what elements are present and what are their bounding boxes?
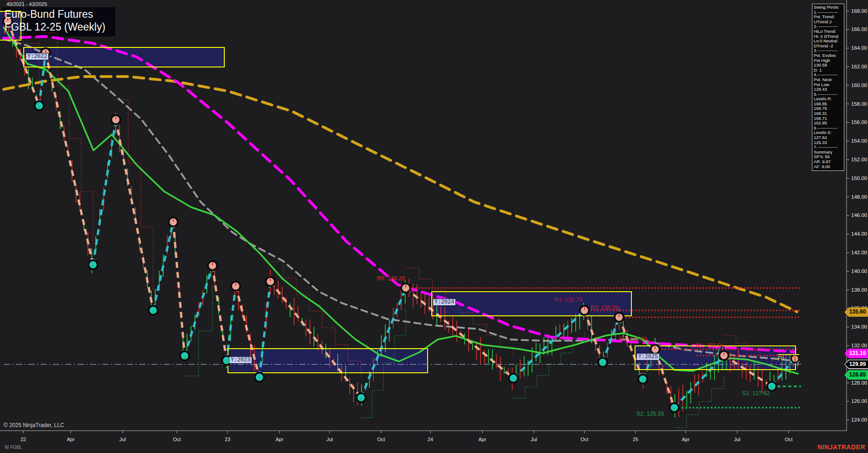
pivot-high-marker [401, 283, 410, 293]
swing-line [513, 310, 584, 378]
swing-line [153, 222, 173, 310]
pivot-low-marker [509, 374, 518, 383]
panel-line: AF: 9.00 [814, 165, 844, 170]
pivot-high-marker [580, 306, 589, 315]
panel-line: 3.-------------- [814, 48, 844, 53]
pivot-low-marker [88, 260, 98, 269]
chart-canvas[interactable] [0, 0, 868, 453]
copyright-label: © 2025 NinjaTrader, LLC [4, 422, 64, 428]
panel-line: Levels S: [814, 130, 844, 135]
panel-line: 168.31 [814, 111, 844, 116]
pivot-low-marker [767, 382, 776, 391]
pivot-low-marker [598, 358, 607, 367]
panel-line: Summary [814, 150, 844, 155]
ninjatrader-chart-window: 49/2021 - 43/2025 Euro-Bund Futures FGBL… [0, 0, 868, 453]
ma-gold [4, 77, 797, 312]
swing-line [46, 53, 93, 265]
panel-line: 2.-------------- [814, 24, 844, 29]
year-box-fill [24, 47, 224, 67]
panel-line: 5.-------------- [814, 92, 844, 97]
pivot-high-marker [651, 345, 660, 354]
hilo-stair [116, 100, 153, 290]
swing-line [270, 282, 361, 398]
pivot-low-marker [356, 393, 366, 402]
panel-line: HiLo Trend: [814, 29, 844, 34]
panel-line: Hi:-2 DTrend [814, 34, 844, 39]
panel-line: 128.43 [814, 87, 844, 92]
pivot-high-marker [111, 115, 120, 124]
pivot-low-marker [149, 306, 158, 315]
panel-line: 7.-------------- [814, 145, 844, 150]
panel-line: Pvt. Evolve: [814, 53, 844, 58]
panel-line: 125.33 [814, 140, 844, 145]
panel-line: 168.75 [814, 106, 844, 111]
panel-line: 166.71 [814, 116, 844, 121]
instrument-footer-label: W FGBL [5, 445, 22, 450]
panel-line: SP's: 56 [814, 154, 844, 160]
ma-green [4, 27, 798, 374]
panel-line: 127.62 [814, 135, 844, 140]
panel-line: Levels R: [814, 97, 844, 102]
pivot-high-marker [231, 282, 240, 291]
ninjatrader-logo: NINJATRADER [817, 443, 865, 451]
swing-line [584, 310, 603, 362]
pivot-high-marker [719, 351, 728, 360]
pivot-high-marker [208, 261, 217, 270]
panel-line: UTrend 2 [814, 20, 844, 25]
swing-pivots-panel: Swing Pivots1.--------------Pvt. Trend:U… [812, 4, 844, 171]
panel-line: 6.-------------- [814, 126, 844, 131]
pivot-low-marker [638, 375, 647, 384]
hilo-stair [674, 376, 724, 428]
pivot-low-marker [180, 351, 189, 360]
panel-line: 168.85 [814, 102, 844, 107]
pivot-low-marker [670, 403, 679, 412]
pivot-low-marker [255, 373, 264, 382]
panel-line: DTrend -2 [814, 44, 844, 49]
panel-line: 4.-------------- [814, 72, 844, 77]
swing-line [212, 266, 227, 360]
instrument-title: Euro-Bund Futures [5, 8, 93, 21]
panel-line: Pvt. Trend: [814, 15, 844, 20]
panel-line: AR: 9.87 [814, 160, 844, 165]
pivot-low-marker [35, 101, 44, 110]
ma-gray [4, 39, 799, 361]
panel-line: Pvt. Next: [814, 77, 844, 82]
panel-line: Lo:0 Neutral [814, 39, 844, 44]
pivot-low-marker [222, 356, 231, 365]
f0-marker-label: F0 [778, 354, 799, 362]
panel-line: 162.85 [814, 121, 844, 126]
hilo-stair [185, 286, 212, 376]
panel-line: 1.-------------- [814, 10, 844, 15]
swing-line [361, 288, 406, 398]
pivot-high-marker [266, 277, 275, 286]
panel-line: D: 1 [814, 68, 844, 73]
pivot-high-marker [169, 217, 178, 226]
panel-line: Swing Pivots [814, 5, 844, 10]
panel-line: Pvt High [814, 58, 844, 63]
panel-line: Pvt Low [814, 82, 844, 88]
pivot-high-marker [615, 313, 624, 322]
contract-title: FGBL 12-25 (Weekly) [5, 21, 105, 33]
date-range-label: 49/2021 - 43/2025 [6, 1, 47, 7]
swing-line [116, 120, 153, 310]
pivot-high-marker [41, 48, 50, 57]
panel-line: 130.59 [814, 63, 844, 68]
